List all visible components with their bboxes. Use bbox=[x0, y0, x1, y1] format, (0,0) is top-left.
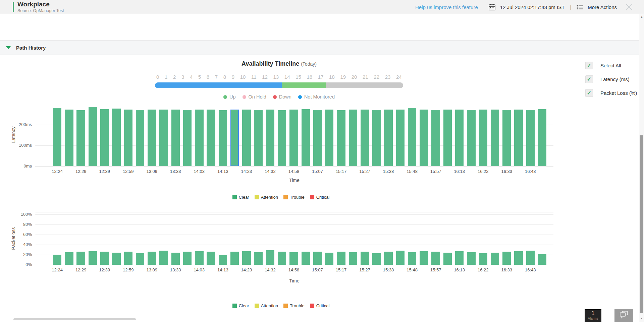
latency-bar[interactable] bbox=[302, 109, 310, 166]
checkbox-latency[interactable]: ✓ Latency (ms) bbox=[585, 75, 637, 83]
timeline-segment-up[interactable] bbox=[282, 82, 326, 88]
scroll-down-icon[interactable]: ▼ bbox=[639, 317, 644, 320]
latency-bar[interactable] bbox=[195, 110, 203, 166]
packetloss-bar[interactable] bbox=[372, 253, 381, 265]
latency-bar[interactable] bbox=[230, 110, 239, 166]
checkbox-select-all[interactable]: ✓ Select All bbox=[585, 62, 637, 69]
path-history-section-header[interactable]: Path History bbox=[0, 40, 639, 55]
packetloss-bar[interactable] bbox=[219, 255, 227, 265]
packetloss-bar[interactable] bbox=[100, 252, 109, 265]
latency-bar[interactable] bbox=[349, 110, 357, 166]
more-actions-icon[interactable] bbox=[577, 4, 583, 10]
latency-bar[interactable] bbox=[254, 110, 262, 166]
chart-legend-item[interactable]: Clear bbox=[232, 195, 249, 200]
packetloss-bar[interactable] bbox=[502, 252, 511, 265]
packetloss-bar[interactable] bbox=[361, 252, 369, 265]
latency-bar[interactable] bbox=[420, 110, 428, 166]
packetloss-bar[interactable] bbox=[313, 252, 322, 265]
checkbox-checked-icon[interactable]: ✓ bbox=[585, 62, 593, 69]
help-improve-link[interactable]: Help us improve this feature bbox=[415, 4, 478, 10]
packetloss-bar[interactable] bbox=[112, 253, 120, 265]
packetloss-bar[interactable] bbox=[302, 252, 310, 265]
latency-bar[interactable] bbox=[384, 110, 392, 166]
packetloss-bar[interactable] bbox=[207, 252, 215, 265]
packetloss-bar[interactable] bbox=[278, 252, 286, 265]
latency-bar[interactable] bbox=[112, 109, 120, 166]
latency-bar[interactable] bbox=[372, 110, 381, 166]
chart-legend-item[interactable]: Trouble bbox=[283, 195, 305, 200]
packetloss-bar[interactable] bbox=[514, 251, 523, 265]
packetloss-bar[interactable] bbox=[467, 252, 475, 265]
packetloss-bar[interactable] bbox=[266, 250, 274, 265]
packetloss-bar[interactable] bbox=[171, 253, 180, 265]
packetloss-bar[interactable] bbox=[254, 252, 262, 265]
chart-legend-item[interactable]: Clear bbox=[232, 303, 249, 308]
latency-bar[interactable] bbox=[455, 110, 464, 166]
packetloss-bar[interactable] bbox=[195, 251, 203, 265]
latency-bar[interactable] bbox=[124, 110, 132, 166]
collapse-triangle-icon[interactable] bbox=[6, 46, 11, 49]
latency-bar[interactable] bbox=[76, 110, 85, 166]
packetloss-bar[interactable] bbox=[396, 251, 405, 265]
chart-legend-item[interactable]: Attention bbox=[255, 303, 278, 308]
packetloss-bar[interactable] bbox=[76, 252, 85, 265]
latency-bar[interactable] bbox=[159, 110, 168, 166]
latency-bar[interactable] bbox=[538, 109, 546, 167]
latency-bar[interactable] bbox=[396, 110, 405, 166]
scroll-up-icon[interactable]: ▲ bbox=[639, 15, 644, 18]
packetloss-bar[interactable] bbox=[230, 252, 239, 265]
timeline-segment-not-monitored[interactable] bbox=[155, 82, 282, 88]
packetloss-bar[interactable] bbox=[431, 252, 440, 265]
latency-bar[interactable] bbox=[278, 110, 286, 166]
latency-bar[interactable] bbox=[148, 110, 156, 166]
calendar-icon[interactable] bbox=[488, 3, 496, 11]
latency-bar[interactable] bbox=[479, 110, 487, 166]
packetloss-bar[interactable] bbox=[491, 253, 499, 265]
more-actions-button[interactable]: More Actions bbox=[588, 4, 617, 10]
horizontal-scrollbar-thumb[interactable] bbox=[13, 318, 136, 320]
packetloss-bar[interactable] bbox=[53, 255, 61, 265]
packetloss-bar[interactable] bbox=[89, 251, 97, 265]
checkbox-checked-icon[interactable]: ✓ bbox=[585, 89, 593, 97]
packetloss-bar[interactable] bbox=[136, 253, 144, 265]
packetloss-bar[interactable] bbox=[538, 254, 546, 265]
packetloss-bar[interactable] bbox=[242, 251, 251, 265]
packetloss-bar[interactable] bbox=[526, 251, 535, 265]
timeline-bar[interactable] bbox=[155, 82, 403, 88]
latency-bar[interactable] bbox=[443, 110, 452, 166]
latency-bar[interactable] bbox=[171, 110, 180, 166]
latency-bar[interactable] bbox=[207, 110, 215, 166]
packetloss-bar[interactable] bbox=[349, 252, 357, 265]
latency-bar[interactable] bbox=[467, 110, 475, 166]
latency-bar[interactable] bbox=[491, 110, 499, 166]
packetloss-bar[interactable] bbox=[289, 252, 298, 265]
latency-bar[interactable] bbox=[53, 108, 61, 166]
packetloss-bar[interactable] bbox=[325, 253, 333, 265]
packetloss-bar[interactable] bbox=[408, 252, 416, 265]
packetloss-bar[interactable] bbox=[420, 251, 428, 265]
latency-bar[interactable] bbox=[136, 110, 144, 166]
packetloss-bar[interactable] bbox=[337, 252, 345, 265]
latency-bar[interactable] bbox=[183, 110, 192, 166]
latency-bar[interactable] bbox=[89, 107, 97, 166]
chat-button[interactable] bbox=[614, 309, 633, 322]
latency-bar[interactable] bbox=[65, 110, 73, 166]
chart-legend-item[interactable]: Critical bbox=[310, 303, 330, 308]
latency-bar[interactable] bbox=[431, 110, 440, 166]
packetloss-bar[interactable] bbox=[479, 253, 487, 265]
latency-bar[interactable] bbox=[266, 110, 274, 166]
latency-bar[interactable] bbox=[289, 110, 298, 166]
latency-bar[interactable] bbox=[313, 110, 322, 166]
packetloss-bar[interactable] bbox=[183, 252, 192, 265]
latency-bar[interactable] bbox=[526, 110, 535, 166]
vertical-scrollbar-thumb[interactable] bbox=[640, 135, 643, 313]
chart-legend-item[interactable]: Attention bbox=[255, 195, 278, 200]
packetloss-bar[interactable] bbox=[455, 251, 464, 265]
packetloss-bar[interactable] bbox=[65, 252, 73, 265]
chart-legend-item[interactable]: Critical bbox=[310, 195, 330, 200]
close-icon[interactable] bbox=[625, 2, 634, 12]
datetime-display[interactable]: 12 Jul 2024 02:17:43 pm IST bbox=[500, 4, 565, 10]
chart-legend-item[interactable]: Trouble bbox=[283, 303, 305, 308]
checkbox-checked-icon[interactable]: ✓ bbox=[585, 75, 593, 83]
latency-bar[interactable] bbox=[514, 110, 523, 166]
